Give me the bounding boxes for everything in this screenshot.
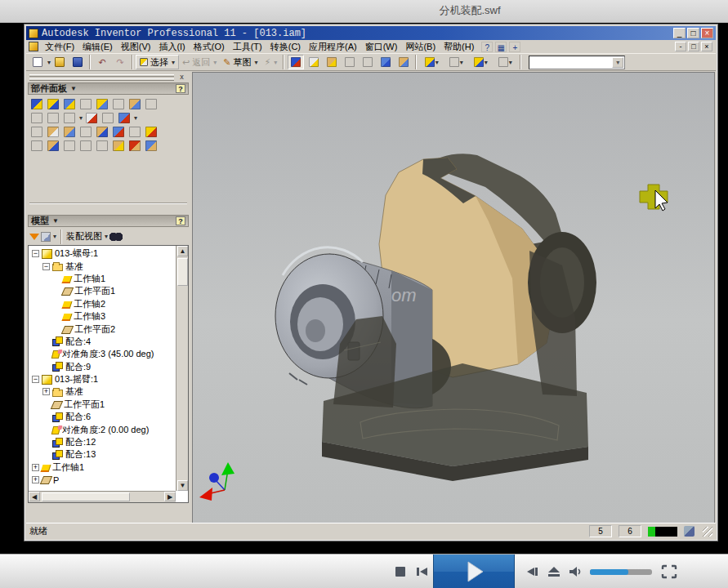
move-component-icon[interactable] xyxy=(84,112,99,125)
perspective-camera-dropdown[interactable]: ▾ xyxy=(469,55,492,69)
tree-structure-icon[interactable] xyxy=(41,232,51,242)
new-file-button[interactable] xyxy=(29,55,46,69)
panel-gripper[interactable]: x xyxy=(28,73,189,82)
tree-item[interactable]: 配合:13 xyxy=(29,448,175,461)
ground-shadow-dropdown[interactable]: ▾ xyxy=(494,55,516,69)
redo-button[interactable]: ↷ xyxy=(112,55,128,69)
fillet-icon[interactable] xyxy=(29,140,44,153)
orbit-icon[interactable] xyxy=(377,55,394,69)
menu-item-4[interactable]: 格式(O) xyxy=(190,40,229,54)
menu-item-7[interactable]: 应用程序(A) xyxy=(305,40,361,54)
restore-button[interactable]: □ xyxy=(687,28,699,38)
help-icon[interactable]: ? xyxy=(481,42,493,52)
return-button[interactable]: ↩ 返回 ▾ xyxy=(179,55,220,69)
stop-button[interactable] xyxy=(392,565,409,578)
expander-minus-icon[interactable]: − xyxy=(42,263,50,270)
expander-plus-icon[interactable]: + xyxy=(32,464,39,471)
chamfer-icon[interactable] xyxy=(144,126,159,139)
minimize-button[interactable]: _ xyxy=(673,28,686,38)
tree-item[interactable]: 配合:9 xyxy=(29,361,175,373)
vertical-scrollbar[interactable]: ▲ ▼ xyxy=(176,246,188,491)
undo-button[interactable]: ↶ xyxy=(94,55,110,69)
dropdown-arrow-icon[interactable]: ▾ xyxy=(79,114,83,122)
menu-item-10[interactable]: 帮助(H) xyxy=(440,40,478,54)
resize-grip[interactable] xyxy=(703,527,712,537)
pan-icon[interactable] xyxy=(288,55,304,69)
help-icon[interactable]: ? xyxy=(176,84,185,93)
circular-pattern-icon[interactable] xyxy=(78,140,93,153)
expander-minus-icon[interactable]: − xyxy=(32,250,39,257)
expander-plus-icon[interactable]: + xyxy=(42,388,50,395)
find-binoculars-icon[interactable] xyxy=(109,233,123,241)
horizontal-scrollbar[interactable]: ◀ ▶ xyxy=(29,491,176,502)
section-views-icon[interactable] xyxy=(117,112,132,125)
close-button[interactable]: × xyxy=(701,28,713,38)
tree-item[interactable]: 配合:12 xyxy=(29,436,175,448)
scroll-thumb[interactable] xyxy=(42,492,130,501)
tree-item[interactable]: −013-螺母:1 xyxy=(29,247,175,260)
scroll-right-icon[interactable]: ▶ xyxy=(164,492,176,501)
volume-icon[interactable] xyxy=(567,565,585,578)
pattern-component-icon[interactable] xyxy=(78,98,93,111)
panel-close-icon[interactable]: x xyxy=(176,73,187,82)
shaded-display-dropdown[interactable]: ▾ xyxy=(420,55,443,69)
volume-slider[interactable] xyxy=(590,569,652,575)
tree-item[interactable]: 工作轴2 xyxy=(29,298,175,310)
tree-item[interactable]: 工作轴1 xyxy=(29,273,175,285)
menu-item-8[interactable]: 窗口(W) xyxy=(361,40,402,54)
open-file-button[interactable] xyxy=(51,55,68,69)
model-panel-header[interactable]: 模型 ▼ ? xyxy=(28,215,189,227)
add-icon[interactable]: + xyxy=(509,42,520,52)
sketch-button[interactable]: ✎ 草图 ▾ xyxy=(220,55,261,69)
hole-icon[interactable] xyxy=(111,126,126,139)
view-selector[interactable]: 装配视图 xyxy=(66,230,102,243)
save-file-button[interactable] xyxy=(69,55,86,69)
place-component-icon[interactable] xyxy=(29,98,44,111)
component-opacity-dropdown[interactable]: ▾ xyxy=(444,55,467,69)
next-button[interactable] xyxy=(525,565,541,578)
mirror-components-icon[interactable] xyxy=(95,98,109,111)
move-face-icon[interactable] xyxy=(46,140,60,153)
look-at-icon[interactable] xyxy=(395,55,412,69)
tree-item[interactable]: 配合:4 xyxy=(29,336,175,348)
style-combobox[interactable]: ▾ xyxy=(529,56,625,69)
chevron-down-icon[interactable]: ▼ xyxy=(52,217,59,225)
menu-item-3[interactable]: 插入(I) xyxy=(154,40,189,54)
title-bar[interactable]: Autodesk Inventor Professional 11 - [013… xyxy=(26,26,716,40)
menu-item-2[interactable]: 视图(V) xyxy=(117,40,155,54)
replace-component-icon[interactable] xyxy=(62,98,77,111)
scroll-thumb[interactable] xyxy=(177,258,188,286)
scroll-down-icon[interactable]: ▼ xyxy=(177,480,188,491)
rotate-component-icon[interactable] xyxy=(100,112,115,125)
rectangular-pattern-icon[interactable] xyxy=(62,140,77,153)
thread-icon[interactable] xyxy=(127,126,142,139)
create-in-place-component-icon[interactable] xyxy=(46,98,60,111)
tree-item[interactable]: +P xyxy=(29,474,175,486)
tree-item[interactable]: 对准角度:2 (0.00 deg) xyxy=(29,423,175,435)
tree-item[interactable]: 配合:6 xyxy=(29,411,175,423)
extrude-icon[interactable] xyxy=(78,126,93,139)
play-button[interactable] xyxy=(433,555,515,588)
tree-item[interactable]: 工作轴3 xyxy=(29,310,175,323)
filter-icon[interactable] xyxy=(29,234,39,240)
team-web-icon[interactable]: ▦ xyxy=(495,42,507,52)
tree-item[interactable]: 对准角度:3 (45.00 deg) xyxy=(29,348,175,360)
tree-item[interactable]: −013-摇臂:1 xyxy=(29,373,175,385)
parameters-fx-icon[interactable] xyxy=(111,140,126,153)
tree-item[interactable]: 工作平面1 xyxy=(29,285,175,297)
menu-item-1[interactable]: 编辑(E) xyxy=(78,40,117,54)
visibility-off-icon[interactable] xyxy=(127,140,142,153)
tube-and-pipe-icon[interactable] xyxy=(29,112,44,125)
bolted-connection-icon[interactable] xyxy=(127,98,142,111)
menu-item-0[interactable]: 文件(F) xyxy=(41,40,78,54)
previous-button[interactable] xyxy=(413,565,430,578)
eject-button[interactable] xyxy=(546,565,562,578)
expander-minus-icon[interactable]: − xyxy=(32,376,39,383)
work-plane-icon[interactable] xyxy=(29,126,44,139)
zoom-window-icon[interactable] xyxy=(342,55,358,69)
child-minimize-button[interactable]: - xyxy=(675,42,686,51)
help-icon[interactable]: ? xyxy=(176,216,185,225)
zoom-selected-icon[interactable] xyxy=(360,55,376,69)
scroll-left-icon[interactable]: ◀ xyxy=(29,492,40,501)
copy-components-icon[interactable] xyxy=(111,98,126,111)
